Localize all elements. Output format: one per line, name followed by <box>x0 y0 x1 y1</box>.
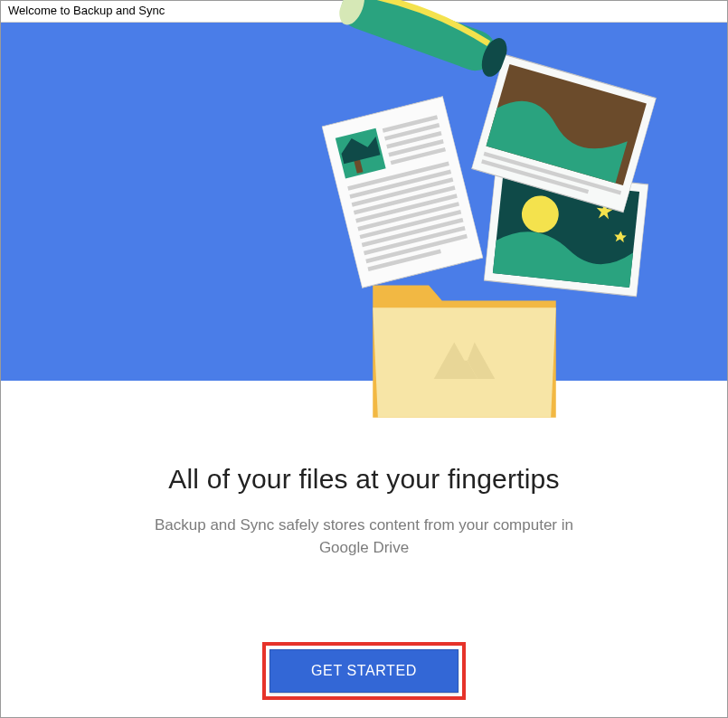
hero-banner <box>1 23 727 381</box>
cta-highlight-box: GET STARTED <box>262 642 466 700</box>
subheadline: Backup and Sync safely stores content fr… <box>129 515 600 559</box>
content-area: All of your files at your fingertips Bac… <box>1 381 727 717</box>
folder-icon <box>363 265 566 428</box>
headline: All of your files at your fingertips <box>168 464 559 495</box>
text-doc-icon <box>322 96 484 288</box>
get-started-button[interactable]: GET STARTED <box>269 649 459 693</box>
welcome-window: Welcome to Backup and Sync <box>0 0 728 718</box>
